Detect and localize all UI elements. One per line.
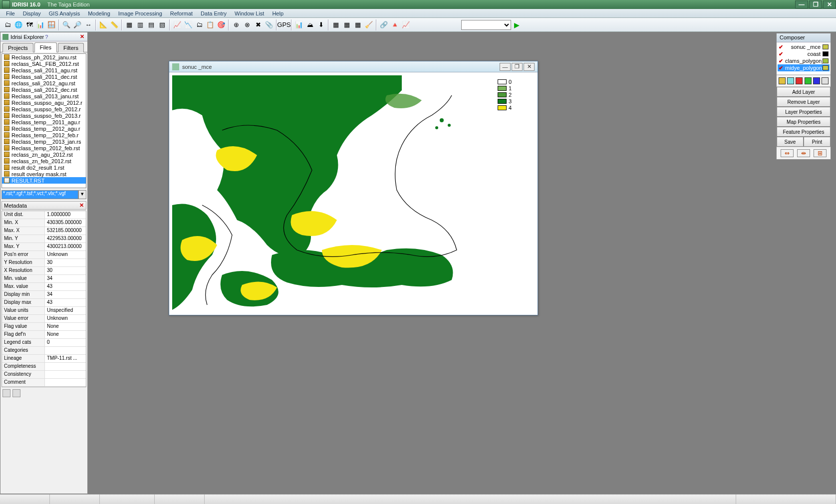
menu-file[interactable]: File (2, 9, 19, 17)
file-item[interactable]: Reclass_sali_2011_agu.rst (2, 67, 86, 73)
file-item[interactable]: result overlay mask.rst (2, 171, 86, 177)
toolbar-button-15[interactable]: ▤ (146, 19, 157, 30)
layer-swatch[interactable] (823, 44, 829, 49)
toolbar-button-22[interactable]: 🎯 (216, 19, 227, 30)
toolbar-button-8[interactable]: ↔ (83, 19, 94, 30)
metadata-button-2[interactable] (12, 389, 20, 397)
file-item[interactable]: Reclass_sali_2013_janu.rst (2, 93, 86, 99)
layer-row[interactable]: ✔coast (778, 50, 830, 57)
map-close-button[interactable]: ✕ (524, 63, 535, 71)
file-item[interactable]: Reclass_temp__2012_agu.r (2, 125, 86, 132)
composer-arrow-left[interactable]: ⇔ (781, 149, 794, 157)
toolbar-button-25[interactable]: ⊗ (242, 19, 253, 30)
toolbar-button-40[interactable]: 🔗 (378, 19, 389, 30)
metadata-button-1[interactable] (2, 389, 10, 397)
toolbar-button-37[interactable]: ▦ (352, 19, 363, 30)
toolbar-button-24[interactable]: ⊕ (231, 19, 242, 30)
layer-check-icon[interactable]: ✔ (779, 58, 783, 64)
palette-swatch-3[interactable] (805, 77, 812, 84)
explorer-help-icon[interactable]: ? (44, 34, 49, 40)
toolbar-play-icon[interactable]: ▶ (514, 21, 522, 29)
layer-swatch[interactable] (823, 58, 829, 63)
file-list[interactable]: Reclass_ph_2012_janu.rstreclass_SAL_FEB_… (1, 53, 86, 188)
toolbar-button-2[interactable]: 🗺 (24, 19, 35, 30)
toolbar-button-3[interactable]: 📊 (35, 19, 46, 30)
map-minimize-button[interactable]: — (500, 63, 511, 71)
maximize-button[interactable]: ❐ (809, 0, 822, 8)
metadata-close-icon[interactable]: ✕ (79, 202, 84, 209)
menu-data-entry[interactable]: Data Entry (197, 9, 231, 17)
file-item[interactable]: reclass_sali_2012_agu.rst (2, 80, 86, 86)
layer-swatch[interactable] (823, 51, 829, 56)
explorer-close-icon[interactable]: ✕ (79, 33, 85, 40)
layer-check-icon[interactable]: ✔ (779, 65, 783, 71)
toolbar-button-7[interactable]: 🔎 (72, 19, 83, 30)
file-item[interactable]: Reclass_suspso_feb_2013.r (2, 112, 86, 119)
toolbar-button-14[interactable]: ▥ (135, 19, 146, 30)
toolbar-button-41[interactable]: 🔺 (389, 19, 400, 30)
map-properties-button[interactable]: Map Properties (777, 117, 831, 127)
file-item[interactable]: reclass_zn_feb_2012.rst (2, 158, 86, 164)
tab-projects[interactable]: Projects (2, 43, 33, 52)
toolbar-button-42[interactable]: 📈 (400, 19, 411, 30)
toolbar-button-19[interactable]: 📉 (183, 19, 194, 30)
save-button[interactable]: Save (777, 137, 804, 147)
minimize-button[interactable]: — (795, 0, 808, 8)
toolbar-button-13[interactable]: ▦ (124, 19, 135, 30)
toolbar-button-31[interactable]: 📊 (293, 19, 304, 30)
palette-swatch-0[interactable] (779, 77, 786, 84)
toolbar-button-20[interactable]: 🗂 (194, 19, 205, 30)
palette-swatch-1[interactable] (787, 77, 794, 84)
palette-swatch-4[interactable] (813, 77, 820, 84)
toolbar-button-11[interactable]: 📏 (109, 19, 120, 30)
toolbar-button-29[interactable]: GPS (279, 19, 289, 30)
toolbar-button-0[interactable]: 🗂 (2, 19, 13, 30)
toolbar-button-10[interactable]: 📐 (98, 19, 109, 30)
toolbar-button-32[interactable]: ⛰ (304, 19, 315, 30)
print-button[interactable]: Print (804, 137, 831, 147)
layer-row[interactable]: ✔clams_polygon_utm (778, 57, 830, 64)
layer-row[interactable]: ✔sonuc _mce (778, 43, 830, 50)
layer-check-icon[interactable]: ✔ (779, 44, 783, 50)
toolbar-button-38[interactable]: 🧹 (363, 19, 374, 30)
toolbar-button-36[interactable]: ▦ (341, 19, 352, 30)
file-item[interactable]: Reclass_sali_2012_dec.rst (2, 86, 86, 93)
toolbar-button-33[interactable]: ⬇ (315, 19, 326, 30)
feature-properties-button[interactable]: Feature Properties (777, 127, 831, 137)
palette-swatch-5[interactable] (822, 77, 829, 84)
toolbar-combo[interactable] (461, 20, 511, 30)
menu-window-list[interactable]: Window List (231, 9, 268, 17)
toolbar-button-1[interactable]: 🌐 (13, 19, 24, 30)
file-filter-dropdown-icon[interactable]: ▾ (78, 190, 86, 199)
file-item[interactable]: Reclass_temp_2012_feb.rst (2, 145, 86, 151)
file-item[interactable]: Reclass_suspso_feb_2012.r (2, 106, 86, 112)
menu-image-processing[interactable]: Image Processing (114, 9, 166, 17)
file-item[interactable]: reclass_SAL_FEB_2012.rst (2, 60, 86, 67)
file-item[interactable]: Reclass_sali_2011_dec.rst (2, 73, 86, 80)
file-item[interactable]: result do2_result 1.rst (2, 164, 86, 171)
file-item[interactable]: Reclass_temp__2011_agu.r (2, 119, 86, 125)
menu-gis-analysis[interactable]: GIS Analysis (45, 9, 84, 17)
toolbar-button-4[interactable]: 🪟 (46, 19, 57, 30)
file-item[interactable]: Reclass_ph_2012_janu.rst (2, 54, 86, 60)
layer-check-icon[interactable]: ✔ (779, 51, 783, 57)
toolbar-button-16[interactable]: ▧ (157, 19, 168, 30)
file-item[interactable]: Reclass_temp__2013_jan.rs (2, 138, 86, 145)
close-button[interactable]: ✕ (823, 0, 836, 8)
tab-filters[interactable]: Filters (58, 43, 84, 52)
file-item[interactable]: reclass_zn_agu_2012.rst (2, 151, 86, 158)
layer-row[interactable]: ✔midye_polygon_utm (778, 64, 830, 71)
toolbar-button-21[interactable]: 📋 (205, 19, 216, 30)
map-canvas[interactable]: 01234 (172, 75, 515, 313)
map-maximize-button[interactable]: ❐ (512, 63, 523, 71)
layer-properties-button[interactable]: Layer Properties (777, 107, 831, 117)
layer-swatch[interactable] (823, 65, 829, 70)
file-item[interactable]: Reclass_suspso_agu_2012.r (2, 99, 86, 106)
file-filter-combo[interactable]: *.rst;*.rgf;*.tsf;*.vct;*.vlx;*.vgf (1, 190, 78, 199)
composer-arrow-center[interactable]: ⇹ (797, 149, 810, 157)
toolbar-button-35[interactable]: ▦ (330, 19, 341, 30)
menu-display[interactable]: Display (19, 9, 45, 17)
menu-reformat[interactable]: Reformat (166, 9, 197, 17)
toolbar-button-6[interactable]: 🔍 (61, 19, 72, 30)
toolbar-button-26[interactable]: ✖ (253, 19, 264, 30)
